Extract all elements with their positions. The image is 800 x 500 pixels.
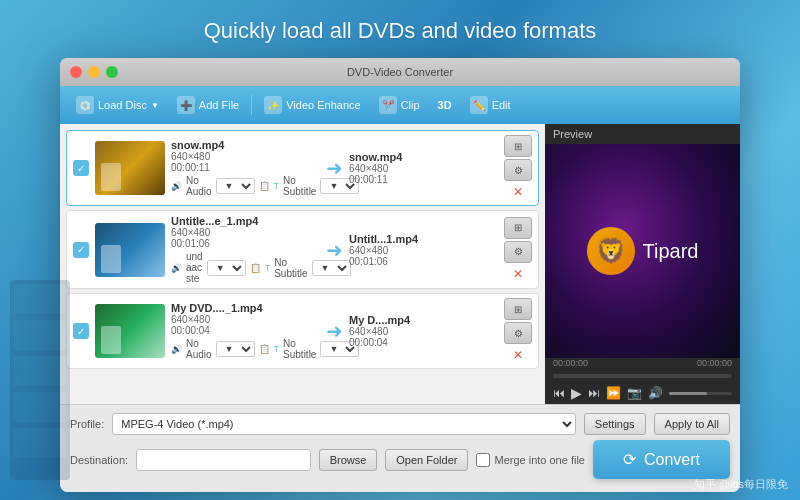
volume-slider[interactable] — [669, 392, 732, 395]
file-name-3: My DVD...._1.mp4 — [171, 302, 320, 314]
arrow-icon-2: ➜ — [326, 238, 343, 262]
output-info-2: Untitl...1.mp4 640×480 00:01:06 — [349, 233, 498, 267]
destination-input[interactable] — [136, 449, 311, 471]
remove-btn-2[interactable]: ✕ — [511, 265, 525, 283]
open-folder-button[interactable]: Open Folder — [385, 449, 468, 471]
traffic-lights — [70, 66, 118, 78]
page-title: Quickly load all DVDs and video formats — [204, 18, 597, 44]
watermark: 知乎 @ios每日限免 — [694, 477, 788, 492]
file-duration-2: 00:01:06 — [171, 238, 320, 249]
progress-bar[interactable] — [553, 374, 732, 378]
file-resolution-2: 640×480 — [171, 227, 320, 238]
toolbar: 💿 Load Disc ▼ ➕ Add File ✨ Video Enhance… — [60, 86, 740, 124]
audio-dropdown-2[interactable]: ▼ — [207, 260, 246, 276]
file-resolution-3: 640×480 — [171, 314, 320, 325]
prev-frame-button[interactable]: ⏮ — [553, 386, 565, 400]
preview-btn-3[interactable]: ⊞ — [504, 298, 532, 320]
thumbnail-1 — [95, 141, 165, 195]
video-enhance-icon: ✨ — [264, 96, 282, 114]
audio-dropdown-1[interactable]: ▼ — [216, 178, 255, 194]
convert-button[interactable]: ⟳ Convert — [593, 440, 730, 479]
add-file-icon: ➕ — [177, 96, 195, 114]
player-bar: 00:00:00 00:00:00 ⏮ ▶ ⏭ ⏩ 📷 🔊 — [545, 358, 740, 404]
file-actions-3: ⊞ ⚙ ✕ — [504, 298, 532, 364]
settings-btn-1[interactable]: ⚙ — [504, 159, 532, 181]
svg-rect-4 — [14, 392, 66, 422]
merge-checkbox-label: Merge into one file — [476, 453, 585, 467]
tipard-lion-icon: 🦁 — [587, 227, 635, 275]
output-duration-2: 00:01:06 — [349, 256, 498, 267]
play-button[interactable]: ▶ — [571, 385, 582, 401]
main-content: ✓ snow.mp4 640×480 00:00:11 🔊 No Audio ▼… — [60, 124, 740, 404]
file-item-1[interactable]: ✓ snow.mp4 640×480 00:00:11 🔊 No Audio ▼… — [66, 130, 539, 206]
apply-all-button[interactable]: Apply to All — [654, 413, 730, 435]
convert-icon: ⟳ — [623, 450, 636, 469]
app-window: DVD-Video Converter 💿 Load Disc ▼ ➕ Add … — [60, 58, 740, 492]
subtitle-dropdown-2[interactable]: ▼ — [312, 260, 351, 276]
file-duration-1: 00:00:11 — [171, 162, 320, 173]
load-disc-button[interactable]: 💿 Load Disc ▼ — [68, 92, 167, 118]
edit-button[interactable]: ✏️ Edit — [462, 92, 519, 118]
svg-rect-2 — [14, 320, 66, 350]
add-file-button[interactable]: ➕ Add File — [169, 92, 247, 118]
edit-icon: ✏️ — [470, 96, 488, 114]
thumbnail-3 — [95, 304, 165, 358]
svg-rect-5 — [14, 428, 66, 458]
profile-dropdown[interactable]: MPEG-4 Video (*.mp4) — [112, 413, 576, 435]
3d-button[interactable]: 3D — [430, 95, 460, 115]
preview-panel: Preview 🦁 Tipard 00:00:00 00:00:00 ⏮ ▶ — [545, 124, 740, 404]
browse-button[interactable]: Browse — [319, 449, 378, 471]
preview-btn-1[interactable]: ⊞ — [504, 135, 532, 157]
file-audio-2: 🔊 und aac ste ▼ 📋 T No Subtitle ▼ — [171, 251, 320, 284]
snapshot-button[interactable]: 📷 — [627, 386, 642, 400]
file-info-3: My DVD...._1.mp4 640×480 00:00:04 🔊 No A… — [171, 302, 320, 360]
fast-forward-button[interactable]: ⏩ — [606, 386, 621, 400]
brand-name: Tipard — [643, 240, 699, 263]
settings-btn-3[interactable]: ⚙ — [504, 322, 532, 344]
destination-row: Destination: Browse Open Folder Merge in… — [70, 440, 730, 479]
file-checkbox-1[interactable]: ✓ — [73, 160, 89, 176]
svg-rect-3 — [14, 356, 66, 386]
file-checkbox-2[interactable]: ✓ — [73, 242, 89, 258]
video-enhance-button[interactable]: ✨ Video Enhance — [256, 92, 368, 118]
remove-btn-3[interactable]: ✕ — [511, 346, 525, 364]
time-total: 00:00:00 — [697, 358, 732, 368]
audio-dropdown-3[interactable]: ▼ — [216, 341, 255, 357]
file-list: ✓ snow.mp4 640×480 00:00:11 🔊 No Audio ▼… — [60, 124, 545, 404]
file-item-3[interactable]: ✓ My DVD...._1.mp4 640×480 00:00:04 🔊 No… — [66, 293, 539, 369]
tipard-logo: 🦁 Tipard — [587, 227, 699, 275]
preview-btn-2[interactable]: ⊞ — [504, 217, 532, 239]
profile-row: Profile: MPEG-4 Video (*.mp4) Settings A… — [70, 413, 730, 435]
title-bar: DVD-Video Converter — [60, 58, 740, 86]
close-button[interactable] — [70, 66, 82, 78]
output-name-3: My D....mp4 — [349, 314, 498, 326]
file-duration-3: 00:00:04 — [171, 325, 320, 336]
file-checkbox-3[interactable]: ✓ — [73, 323, 89, 339]
file-actions-2: ⊞ ⚙ ✕ — [504, 217, 532, 283]
merge-checkbox[interactable] — [476, 453, 490, 467]
minimize-button[interactable] — [88, 66, 100, 78]
svg-rect-1 — [14, 284, 66, 314]
arrow-icon-3: ➜ — [326, 319, 343, 343]
file-name-2: Untitle...e_1.mp4 — [171, 215, 320, 227]
volume-icon[interactable]: 🔊 — [648, 386, 663, 400]
bottom-bar: Profile: MPEG-4 Video (*.mp4) Settings A… — [60, 404, 740, 492]
file-info-2: Untitle...e_1.mp4 640×480 00:01:06 🔊 und… — [171, 215, 320, 284]
clip-button[interactable]: ✂️ Clip — [371, 92, 428, 118]
file-audio-1: 🔊 No Audio ▼ 📋 T No Subtitle ▼ — [171, 175, 320, 197]
maximize-button[interactable] — [106, 66, 118, 78]
time-display: 00:00:00 00:00:00 — [545, 358, 740, 370]
output-info-1: snow.mp4 640×480 00:00:11 — [349, 151, 498, 185]
next-frame-button[interactable]: ⏭ — [588, 386, 600, 400]
file-audio-3: 🔊 No Audio ▼ 📋 T No Subtitle ▼ — [171, 338, 320, 360]
file-item-2[interactable]: ✓ Untitle...e_1.mp4 640×480 00:01:06 🔊 u… — [66, 210, 539, 289]
settings-button[interactable]: Settings — [584, 413, 646, 435]
file-actions-1: ⊞ ⚙ ✕ — [504, 135, 532, 201]
remove-btn-1[interactable]: ✕ — [511, 183, 525, 201]
preview-video: 🦁 Tipard — [545, 144, 740, 358]
output-duration-3: 00:00:04 — [349, 337, 498, 348]
file-resolution-1: 640×480 — [171, 151, 320, 162]
preview-label: Preview — [545, 124, 740, 144]
settings-btn-2[interactable]: ⚙ — [504, 241, 532, 263]
volume-fill — [669, 392, 707, 395]
